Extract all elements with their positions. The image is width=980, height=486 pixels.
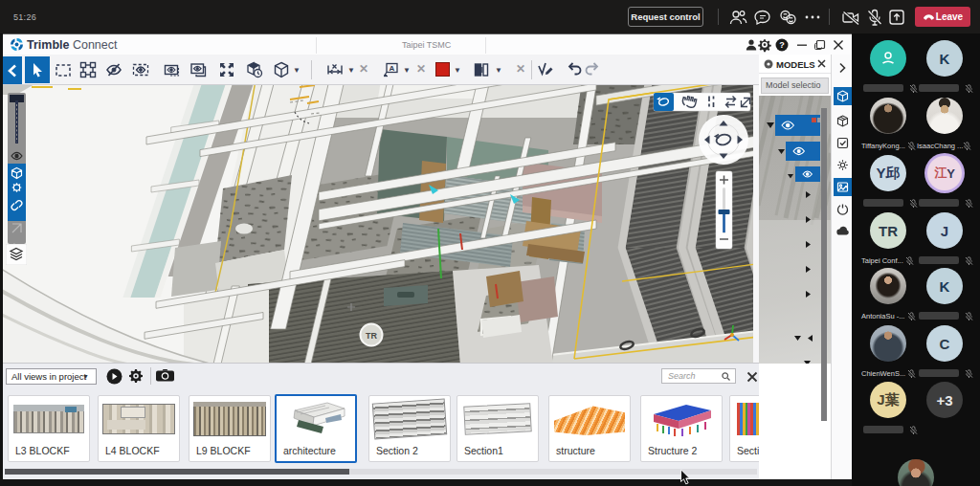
svg-text:A: A bbox=[390, 64, 395, 73]
svg-text:?: ? bbox=[779, 40, 785, 50]
svg-text:TR: TR bbox=[366, 331, 377, 341]
